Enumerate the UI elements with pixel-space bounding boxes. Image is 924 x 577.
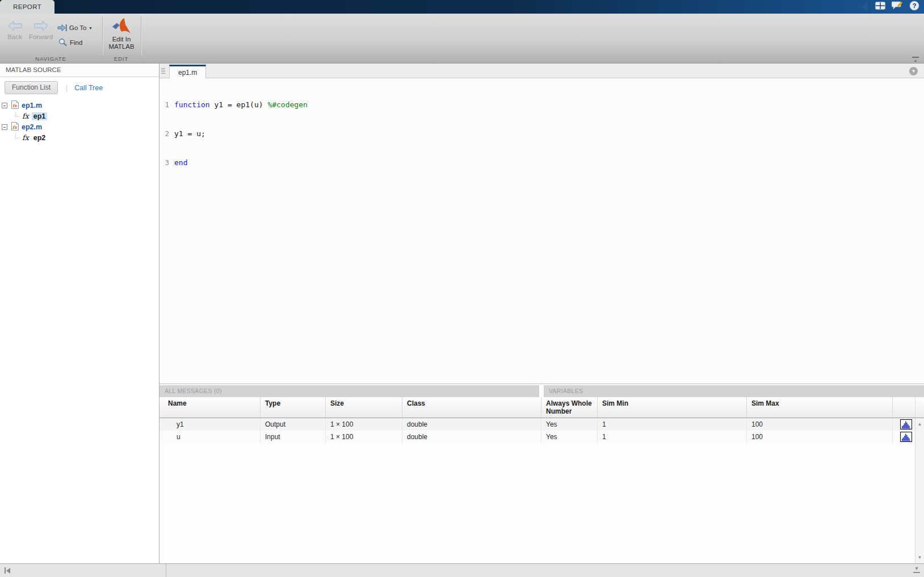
goto-caret-icon: ▾ bbox=[89, 26, 91, 31]
cell-sim-min: 1 bbox=[598, 431, 747, 443]
variables-table-header: Name Type Size Class Always Whole Number… bbox=[159, 397, 924, 418]
cell-sim-min: 1 bbox=[598, 418, 747, 431]
tree-file-ep2[interactable]: fx ep2.m bbox=[0, 121, 159, 132]
forward-label: Forward bbox=[29, 33, 53, 41]
scroll-down-icon[interactable]: ▼ bbox=[915, 555, 924, 560]
back-label: Back bbox=[7, 33, 22, 41]
cell-name: y1 bbox=[159, 418, 261, 431]
editor-tabstrip: ep1.m ▾ bbox=[159, 64, 924, 78]
section-label-edit: EDIT bbox=[102, 55, 141, 63]
code-pragma: %#codegen bbox=[267, 100, 307, 109]
edit-in-matlab-label-line2: MATLAB bbox=[108, 43, 134, 50]
table-row-u[interactable]: u Input 1 × 100 double Yes 1 100 bbox=[159, 431, 915, 443]
cell-class: double bbox=[402, 418, 541, 431]
title-band: REPORT ? bbox=[0, 0, 924, 14]
tab-separator: | bbox=[66, 84, 68, 92]
code-line: 1function y1 = ep1(u) %#codegen bbox=[159, 100, 924, 109]
cell-always-whole-number: Yes bbox=[541, 431, 598, 443]
col-header-class: Class bbox=[402, 397, 541, 418]
col-header-spacer bbox=[915, 397, 924, 418]
cell-sim-max: 100 bbox=[747, 431, 893, 443]
col-header-name: Name bbox=[159, 397, 261, 418]
edit-in-matlab-label-line1: Edit In bbox=[112, 36, 131, 43]
tree-function-label[interactable]: ep2 bbox=[32, 134, 48, 142]
call-tree-tab[interactable]: Call Tree bbox=[74, 84, 103, 92]
code-keyword: function bbox=[174, 100, 210, 109]
col-header-sim-min: Sim Min bbox=[598, 397, 747, 418]
tree-file-label[interactable]: ep2.m bbox=[22, 123, 42, 131]
function-tree: fx ep1.m fx ep1 fx ep2.m fx ep2 bbox=[0, 98, 159, 143]
code-text: y1 = ep1(u) bbox=[210, 100, 268, 109]
find-label: Find bbox=[70, 39, 82, 46]
cell-size: 1 × 100 bbox=[326, 431, 402, 443]
code-view: 1function y1 = ep1(u) %#codegen 2y1 = u;… bbox=[159, 78, 924, 384]
variables-header: VARIABLES bbox=[544, 385, 924, 397]
tree-connector bbox=[15, 112, 20, 117]
fx-icon: fx bbox=[22, 112, 29, 120]
col-header-type: Type bbox=[261, 397, 326, 418]
collapse-sidebar-button[interactable] bbox=[5, 567, 10, 574]
code-line: 3end bbox=[159, 158, 924, 167]
sidebar-header: MATLAB SOURCE bbox=[0, 64, 159, 77]
status-bar: ▼ bbox=[0, 563, 924, 577]
tab-ep1m[interactable]: ep1.m bbox=[169, 65, 206, 78]
cell-type: Input bbox=[261, 431, 326, 443]
layout-icon[interactable] bbox=[875, 2, 885, 12]
tree-function-ep2[interactable]: fx ep2 bbox=[0, 132, 159, 143]
collapse-up-icon: ▲ bbox=[912, 58, 919, 62]
code-line: 2y1 = u; bbox=[159, 129, 924, 138]
collapse-node-icon[interactable] bbox=[2, 124, 7, 130]
code-text: y1 = u; bbox=[174, 129, 205, 138]
minimize-toolstrip-button[interactable]: ▲ bbox=[912, 57, 919, 62]
tab-report[interactable]: REPORT bbox=[0, 0, 54, 14]
col-header-histogram bbox=[893, 397, 915, 418]
help-icon[interactable]: ? bbox=[909, 1, 919, 13]
cell-sim-max: 100 bbox=[747, 418, 893, 431]
search-icon bbox=[58, 38, 68, 47]
back-button[interactable]: Back bbox=[3, 20, 26, 41]
section-label-navigate: NAVIGATE bbox=[0, 55, 102, 63]
goto-label: Go To bbox=[69, 24, 86, 31]
histogram-icon[interactable] bbox=[893, 418, 915, 431]
statusbar-divider bbox=[166, 564, 166, 577]
tree-function-label[interactable]: ep1 bbox=[32, 112, 48, 120]
tree-connector bbox=[15, 133, 20, 138]
find-button[interactable]: Find bbox=[58, 38, 82, 47]
cell-always-whole-number: Yes bbox=[541, 418, 598, 431]
tree-file-ep1[interactable]: fx ep1.m bbox=[0, 100, 159, 111]
table-scrollbar[interactable]: ▲ ▼ bbox=[915, 418, 924, 563]
tree-file-label[interactable]: ep1.m bbox=[22, 102, 42, 109]
line-number: 2 bbox=[159, 129, 174, 138]
line-number: 3 bbox=[159, 158, 174, 167]
goto-button[interactable]: Go To ▾ bbox=[57, 24, 92, 32]
group-separator bbox=[141, 16, 141, 55]
line-number: 1 bbox=[159, 100, 174, 109]
fx-icon: fx bbox=[22, 133, 29, 142]
table-row-y1[interactable]: y1 Output 1 × 100 double Yes 1 100 bbox=[159, 418, 915, 431]
col-header-sim-max: Sim Max bbox=[747, 397, 893, 418]
goto-icon bbox=[57, 24, 67, 32]
toolstrip: Back Forward Go To ▾ Find Edit In MATLAB… bbox=[0, 14, 924, 64]
histogram-icon[interactable] bbox=[893, 431, 915, 443]
splitter-grip[interactable] bbox=[161, 67, 165, 75]
tree-function-ep1[interactable]: fx ep1 bbox=[0, 111, 159, 121]
feedback-icon[interactable] bbox=[892, 1, 903, 12]
matlab-file-icon: fx bbox=[11, 122, 19, 132]
matlab-file-icon: fx bbox=[11, 100, 19, 111]
function-list-tab[interactable]: Function List bbox=[5, 81, 58, 94]
tab-overflow-button[interactable]: ▾ bbox=[909, 67, 918, 75]
collapse-node-icon[interactable] bbox=[2, 103, 7, 108]
edit-in-matlab-button[interactable]: Edit In MATLAB bbox=[103, 18, 140, 50]
chevron-down-icon: ▾ bbox=[912, 68, 915, 74]
banner-chevron-decoration bbox=[862, 2, 868, 12]
scroll-up-icon[interactable]: ▲ bbox=[915, 422, 924, 427]
collapse-bottom-panel-button[interactable]: ▼ bbox=[913, 566, 920, 573]
cell-size: 1 × 100 bbox=[326, 418, 402, 431]
collapse-left-icon bbox=[6, 568, 10, 574]
matlab-logo-icon bbox=[112, 18, 131, 35]
svg-text:?: ? bbox=[912, 2, 916, 9]
forward-arrow-icon bbox=[33, 20, 49, 32]
code-keyword: end bbox=[174, 158, 187, 167]
forward-button[interactable]: Forward bbox=[27, 20, 54, 41]
bottom-panel: ALL MESSAGES (0) VARIABLES Name Type Siz… bbox=[159, 384, 924, 563]
